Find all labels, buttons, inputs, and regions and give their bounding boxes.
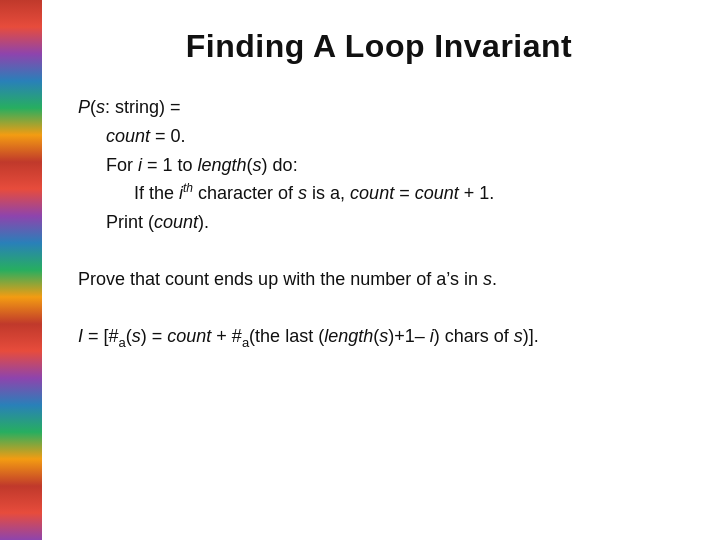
page-title: Finding A Loop Invariant <box>78 28 680 65</box>
code-line-3: For i = 1 to length(s) do: <box>106 151 680 180</box>
invariant-text: I = [#a(s) = count + #a(the last (length… <box>78 326 539 346</box>
left-decoration <box>0 0 42 540</box>
code-line-2: count = 0. <box>106 122 680 151</box>
prove-text: Prove that count ends up with the number… <box>78 269 497 289</box>
main-content: Finding A Loop Invariant P(s: string) = … <box>42 0 720 540</box>
subscript-a2: a <box>242 334 249 349</box>
prove-section: Prove that count ends up with the number… <box>78 265 680 294</box>
subscript-a1: a <box>119 334 126 349</box>
code-line-5: Print (count). <box>106 208 680 237</box>
superscript-th: th <box>183 181 193 195</box>
code-section: P(s: string) = count = 0. For i = 1 to l… <box>78 93 680 237</box>
code-line-4: If the ith character of s is a, count = … <box>134 179 680 208</box>
invariant-section: I = [#a(s) = count + #a(the last (length… <box>78 322 680 353</box>
code-line-1: P(s: string) = <box>78 93 680 122</box>
